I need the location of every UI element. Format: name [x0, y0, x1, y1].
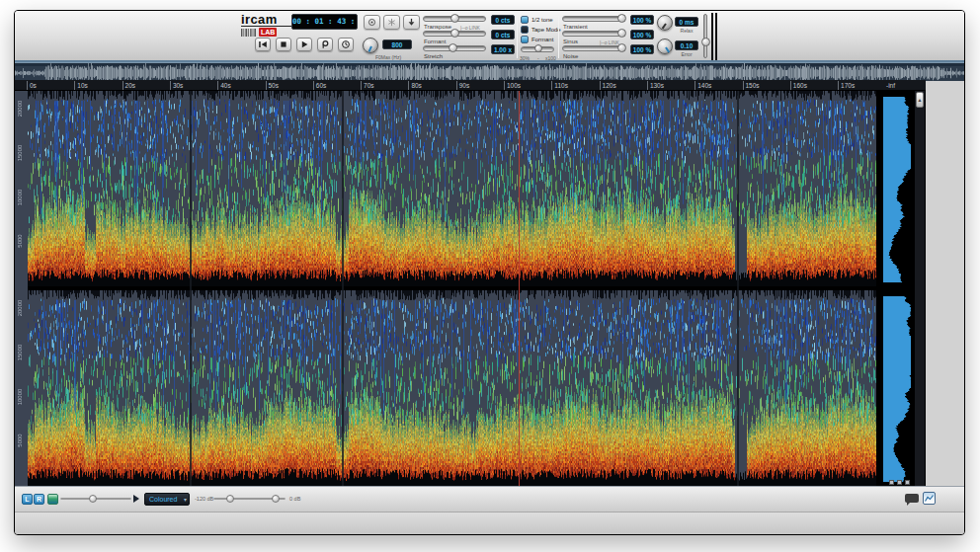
stretch-slider-handle[interactable]: [449, 43, 457, 52]
transient-slider[interactable]: [562, 16, 625, 22]
spectrum-db-label: -inf: [884, 81, 895, 90]
half-tone-checkbox[interactable]: [521, 16, 529, 24]
sinus-slider[interactable]: [562, 31, 625, 37]
scrollbar-up-arrow[interactable]: ▲: [916, 92, 924, 108]
record-mode-button[interactable]: [364, 15, 380, 30]
transient-slider-handle[interactable]: [617, 14, 626, 23]
loop-button[interactable]: [317, 38, 333, 51]
sinus-slider-handle[interactable]: [617, 29, 626, 38]
tape-mode-option[interactable]: Tape Mode: [521, 25, 561, 35]
overview-waveform[interactable]: [15, 62, 965, 81]
scale-min-label: 30%: [520, 55, 530, 61]
ruler-tick: 100s: [504, 81, 521, 90]
ruler-tick: 60s: [313, 81, 326, 90]
app-window: ircam LAB 00 : 01 : 43 : 20.05: [14, 10, 965, 535]
workspace: -inf 0s10s20s30s40s50s60s70s80s90s100s11…: [15, 62, 964, 486]
tape-mode-label: Tape Mode: [531, 27, 561, 33]
h-scrollbar-controls[interactable]: [889, 480, 910, 485]
bottom-toolbar: L R Coloured ▾ -120 dB 0 dB: [15, 486, 964, 512]
play-icon: [299, 39, 309, 49]
noise-label: Noise: [563, 53, 578, 59]
ruler-tick: 80s: [408, 81, 421, 90]
transient-value: 100 %: [630, 15, 654, 25]
transpose-slider-handle[interactable]: [450, 14, 459, 23]
spectrogram-canvas[interactable]: [15, 91, 926, 486]
play-triangle-icon[interactable]: [133, 495, 139, 503]
skip-start-button[interactable]: [255, 38, 271, 51]
spectrogram-view-icon[interactable]: [47, 494, 58, 505]
f0max-value: 800: [382, 39, 412, 49]
skip-start-icon: [258, 39, 268, 49]
playhead-line: [519, 91, 520, 486]
master-level-slider[interactable]: [703, 14, 707, 58]
f0max-label: F0Max (Hz): [361, 54, 416, 60]
ruler-tick: 40s: [217, 81, 230, 90]
ruler-tick: 120s: [600, 81, 616, 90]
db-range-slider[interactable]: [213, 498, 286, 500]
stretch-slider[interactable]: [423, 45, 486, 51]
loop-icon: [320, 39, 330, 49]
master-level-handle[interactable]: [701, 38, 710, 46]
noise-row: 100 % Noise: [562, 44, 655, 60]
relax-value: 0 ms: [675, 17, 698, 27]
play-button[interactable]: [296, 38, 312, 51]
error-knob[interactable]: [657, 39, 673, 54]
noise-slider-handle[interactable]: [617, 43, 626, 52]
db-range-high-handle[interactable]: [272, 495, 280, 503]
transpose-slider[interactable]: [423, 16, 486, 22]
half-tone-option[interactable]: 1/2 tone: [521, 15, 553, 25]
formant-mode-option[interactable]: Formant: [521, 35, 553, 44]
input-monitor-button[interactable]: [403, 15, 420, 30]
time-ruler[interactable]: -inf 0s10s20s30s40s50s60s70s80s90s100s11…: [15, 80, 926, 91]
ruler-tick: 110s: [551, 81, 568, 90]
stretch-value: 1.00 x: [491, 44, 515, 54]
tape-mode-checkbox[interactable]: [521, 26, 529, 34]
ruler-tick: 150s: [743, 81, 760, 90]
channel-right-button[interactable]: R: [34, 494, 44, 505]
stop-button[interactable]: [276, 38, 291, 51]
overview-zoom-handle[interactable]: [89, 495, 97, 503]
stretch-label: Stretch: [424, 53, 443, 59]
ruler-tick: 50s: [266, 81, 279, 90]
ruler-tick: 10s: [74, 81, 87, 90]
scale-max-label: x100: [545, 55, 556, 61]
relax-label: Relax: [675, 28, 698, 34]
arrow-down-icon: [407, 18, 416, 27]
stats-chart-icon[interactable]: [923, 492, 936, 505]
chevron-down-icon: ▾: [184, 494, 187, 506]
spectrogram-area: ▲ 20000150001000050002000015000100005000: [15, 91, 926, 486]
formant-mode-checkbox[interactable]: [521, 36, 529, 43]
stretch-scale-handle[interactable]: [534, 44, 542, 52]
comment-bubble-icon[interactable]: [905, 494, 919, 503]
ruler-tick: 20s: [122, 81, 135, 90]
formant-row: 0 cts Formant: [423, 30, 516, 45]
ruler-tick: 160s: [790, 81, 807, 90]
channel-left-button[interactable]: L: [22, 494, 33, 505]
toolbar-grip: [715, 13, 717, 60]
snap-button[interactable]: [383, 15, 400, 30]
timecode-display: 00 : 01 : 43 : 20.05: [291, 14, 358, 30]
overview-zoom-slider[interactable]: [60, 498, 131, 500]
error-value: 0.10: [675, 40, 698, 50]
stretch-scale-slider[interactable]: [521, 46, 554, 52]
formant-slider[interactable]: [423, 31, 486, 37]
relax-knob[interactable]: [657, 15, 673, 31]
vertical-scrollbar[interactable]: ▲: [914, 91, 925, 486]
ruler-tick: 90s: [456, 81, 469, 90]
transpose-row: 0 cts Transpose |--o LINK: [423, 15, 516, 31]
clock-button[interactable]: [338, 38, 354, 51]
sinus-row: 100 % Sinus |--o LINK: [562, 30, 655, 45]
noise-slider[interactable]: [562, 45, 625, 51]
colour-mode-dropdown[interactable]: Coloured ▾: [144, 493, 190, 506]
record-dot-icon: [368, 18, 376, 27]
formant-value: 0 cts: [491, 30, 515, 39]
ruler-tick: 130s: [647, 81, 664, 90]
status-bar: [15, 512, 964, 534]
formant-slider-handle[interactable]: [450, 29, 459, 38]
toolbar-grip: [711, 13, 713, 60]
db-range-low-handle[interactable]: [226, 495, 234, 503]
db-min-label: -120 dB: [195, 496, 213, 502]
f0max-knob[interactable]: [363, 38, 378, 53]
stop-icon: [279, 39, 288, 49]
sinus-value: 100 %: [630, 30, 654, 39]
